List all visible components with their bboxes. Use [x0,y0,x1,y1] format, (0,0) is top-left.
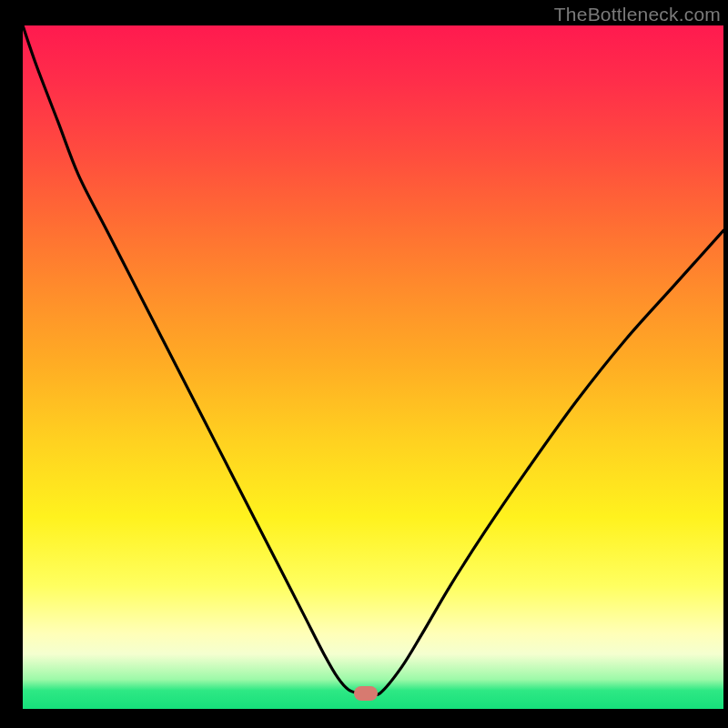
watermark-label: TheBottleneck.com [554,4,721,25]
plot-area [23,25,723,709]
bottleneck-curve [23,25,723,709]
minimum-marker [354,686,378,701]
chart-frame: TheBottleneck.com [0,0,728,728]
